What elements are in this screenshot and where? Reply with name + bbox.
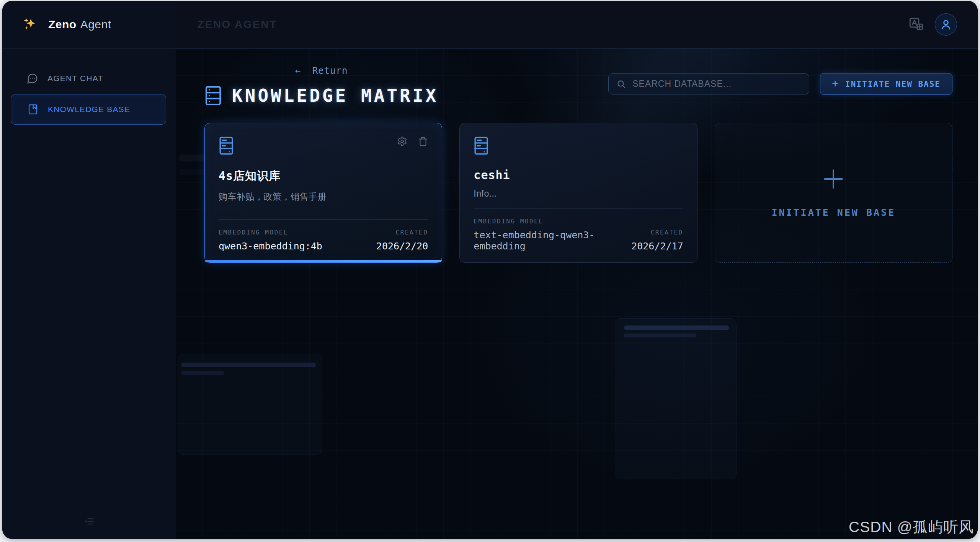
return-link[interactable]: ← Return <box>204 65 438 76</box>
created-label: CREATED <box>376 229 428 236</box>
sidebar-item-label: KNOWLEDGE BASE <box>48 105 130 114</box>
trash-icon[interactable] <box>418 136 428 146</box>
database-icon <box>204 85 222 106</box>
card-footer: EMBEDDING MODEL qwen3-embedding:4b CREAT… <box>219 219 428 252</box>
csdn-watermark: CSDN @孤屿听风 <box>849 517 974 537</box>
search-icon <box>616 79 626 89</box>
top-header: ZENO AGENT <box>175 1 978 49</box>
card-header <box>219 136 428 155</box>
sparkles-icon <box>22 17 38 32</box>
search-box <box>608 73 809 94</box>
return-label: Return <box>312 65 348 76</box>
person-icon <box>940 18 952 31</box>
created-value: 2026/2/17 <box>631 241 683 252</box>
sidebar-header: ZenoAgent <box>2 1 175 49</box>
embedding-model-meta: EMBEDDING MODEL qwen3-embedding:4b <box>219 229 322 252</box>
plus-icon <box>822 168 844 190</box>
user-avatar[interactable] <box>935 13 957 36</box>
collapse-sidebar-icon[interactable] <box>83 516 94 527</box>
created-label: CREATED <box>631 229 683 236</box>
created-meta: CREATED 2026/2/17 <box>631 229 683 252</box>
brand-secondary: Agent <box>80 18 111 31</box>
decor-ghost-card-left <box>178 354 322 455</box>
sidebar-item-knowledge-base[interactable]: KNOWLEDGE BASE <box>11 94 166 125</box>
card-description: 购车补贴，政策，销售手册 <box>219 191 428 203</box>
arrow-left-icon: ← <box>295 65 301 76</box>
card-footer: EMBEDDING MODEL text-embedding-qwen3-emb… <box>474 208 683 252</box>
embedding-model-value: text-embedding-qwen3-embedding <box>474 229 631 252</box>
decor-ghost-card-right <box>615 318 737 479</box>
gear-icon[interactable] <box>397 136 407 146</box>
embedding-model-meta: EMBEDDING MODEL text-embedding-qwen3-emb… <box>474 218 631 252</box>
initiate-new-base-card[interactable]: INITIATE NEW BASE <box>715 123 952 263</box>
knowledge-base-card[interactable]: ceshi Info... EMBEDDING MODEL text-embed… <box>459 123 697 263</box>
initiate-new-base-card-label: INITIATE NEW BASE <box>771 207 895 218</box>
card-description: Info... <box>474 189 683 199</box>
app-window: ZenoAgent AGENT CHAT <box>2 1 978 539</box>
book-marked-icon <box>27 104 39 115</box>
created-value: 2026/2/20 <box>376 241 428 252</box>
card-title: 4s店知识库 <box>219 168 428 184</box>
card-title: ceshi <box>474 168 683 182</box>
sidebar-nav: AGENT CHAT KNOWLEDGE BASE <box>11 68 166 125</box>
page-hero: ← Return KNOWLEDGE MATRIX <box>204 65 438 106</box>
knowledge-base-card[interactable]: 4s店知识库 购车补贴，政策，销售手册 EMBEDDING MODEL qwen… <box>204 123 442 263</box>
header-watermark-title: ZENO AGENT <box>198 18 277 31</box>
knowledge-base-card-grid: 4s店知识库 购车补贴，政策，销售手册 EMBEDDING MODEL qwen… <box>204 123 952 263</box>
server-icon <box>474 136 489 155</box>
card-actions <box>397 136 428 146</box>
page-title: KNOWLEDGE MATRIX <box>232 85 438 106</box>
plus-icon: + <box>832 78 839 89</box>
sidebar: ZenoAgent AGENT CHAT <box>2 1 175 539</box>
initiate-new-base-button[interactable]: + INITIATE NEW BASE <box>820 73 952 95</box>
sidebar-item-label: AGENT CHAT <box>47 74 103 83</box>
header-actions <box>908 1 957 48</box>
embedding-model-value: qwen3-embedding:4b <box>219 241 322 252</box>
embedding-model-label: EMBEDDING MODEL <box>474 218 631 225</box>
chat-bubble-icon <box>27 73 38 84</box>
sidebar-footer <box>2 503 175 539</box>
initiate-new-base-label: INITIATE NEW BASE <box>845 80 941 89</box>
translate-language-icon[interactable] <box>908 16 924 33</box>
card-header <box>474 136 683 155</box>
server-icon <box>219 136 234 155</box>
main-content: ← Return KNOWLEDGE MATRIX <box>175 49 978 539</box>
sidebar-item-agent-chat[interactable]: AGENT CHAT <box>11 68 166 89</box>
created-meta: CREATED 2026/2/20 <box>376 229 428 252</box>
toolbar: + INITIATE NEW BASE <box>608 73 952 95</box>
brand-primary: Zeno <box>48 18 77 31</box>
brand-title: ZenoAgent <box>48 18 111 31</box>
title-row: KNOWLEDGE MATRIX <box>204 85 438 106</box>
embedding-model-label: EMBEDDING MODEL <box>219 229 322 236</box>
search-input[interactable] <box>632 79 801 89</box>
